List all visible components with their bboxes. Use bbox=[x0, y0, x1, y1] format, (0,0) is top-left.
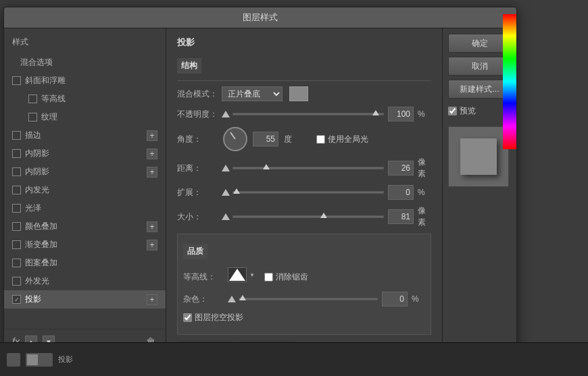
noise-unit: % bbox=[412, 294, 425, 304]
angle-row: 角度： 度 使用全局光 bbox=[177, 127, 431, 151]
size-thumb[interactable] bbox=[320, 213, 327, 218]
noise-thumb[interactable] bbox=[239, 295, 246, 300]
gradientoverlay-add-button[interactable]: + bbox=[147, 240, 157, 250]
sidebar-item-bevel[interactable]: 斜面和浮雕 bbox=[4, 72, 166, 90]
innershadow2-checkbox[interactable] bbox=[12, 167, 21, 176]
spread-slider-container bbox=[222, 189, 384, 196]
sidebar-item-satin[interactable]: 光泽 bbox=[4, 199, 166, 217]
sidebar-item-gradientoverlay[interactable]: 渐变叠加 + bbox=[4, 236, 166, 254]
angle-dial[interactable] bbox=[223, 127, 247, 151]
layer-knockout-checkbox[interactable] bbox=[183, 313, 192, 322]
sidebar-item-patternoverlay[interactable]: 图案叠加 bbox=[4, 254, 166, 272]
quality-contour-row: 等高线： ▼ 消除锯齿 bbox=[183, 267, 425, 286]
distance-thumb[interactable] bbox=[263, 164, 270, 169]
innershadow-checkbox[interactable] bbox=[12, 149, 21, 158]
angle-degree-label: 度 bbox=[284, 134, 292, 145]
distance-input[interactable] bbox=[388, 161, 414, 176]
size-label: 大小： bbox=[177, 211, 218, 223]
noise-slider-track[interactable] bbox=[239, 298, 378, 300]
outerglow-label: 外发光 bbox=[25, 275, 49, 287]
noise-input[interactable] bbox=[382, 292, 408, 306]
global-light-checkbox[interactable] bbox=[316, 135, 325, 144]
distance-slider-container bbox=[222, 165, 384, 171]
blend-mode-label: 混合模式： bbox=[177, 88, 218, 100]
opacity-input[interactable] bbox=[388, 107, 414, 122]
sidebar-item-dropshadow[interactable]: 投影 + bbox=[4, 290, 166, 308]
contour-preview[interactable] bbox=[228, 267, 247, 282]
quality-contour-label: 等高线： bbox=[183, 271, 224, 283]
thumb-preview bbox=[27, 354, 38, 365]
satin-label: 光泽 bbox=[25, 203, 41, 214]
stroke-add-button[interactable]: + bbox=[147, 130, 157, 141]
preview-area bbox=[448, 126, 509, 187]
gradientoverlay-label: 渐变叠加 bbox=[25, 239, 57, 250]
stroke-checkbox[interactable] bbox=[12, 131, 21, 140]
distance-slider-track[interactable] bbox=[232, 167, 384, 169]
coloroverlay-label: 颜色叠加 bbox=[25, 221, 57, 232]
dropshadow-label: 投影 bbox=[25, 294, 41, 305]
bevel-checkbox[interactable] bbox=[12, 76, 21, 85]
opacity-slider-track[interactable] bbox=[232, 113, 384, 115]
sidebar-item-innerglow[interactable]: 内发光 bbox=[4, 181, 166, 199]
preview-label: 预览 bbox=[448, 105, 511, 117]
outerglow-checkbox[interactable] bbox=[12, 277, 21, 286]
size-input[interactable] bbox=[388, 209, 414, 224]
noise-slider-container bbox=[228, 296, 378, 302]
antialias-label: 消除锯齿 bbox=[264, 271, 308, 283]
size-slider-handle[interactable] bbox=[222, 213, 230, 220]
angle-input[interactable] bbox=[253, 132, 278, 146]
noise-slider-handle[interactable] bbox=[228, 296, 236, 302]
sidebar-item-texture[interactable]: 纹理 bbox=[4, 108, 166, 126]
bevel-label: 斜面和浮雕 bbox=[25, 75, 66, 86]
contour-checkbox[interactable] bbox=[28, 95, 37, 103]
preview-text: 预览 bbox=[460, 105, 476, 117]
opacity-label: 不透明度： bbox=[177, 109, 218, 120]
sidebar-item-blend[interactable]: 混合选项 bbox=[4, 53, 166, 72]
coloroverlay-checkbox[interactable] bbox=[12, 222, 21, 231]
spread-input[interactable] bbox=[388, 185, 414, 200]
layer-knockout-text: 图层挖空投影 bbox=[195, 312, 243, 323]
sidebar-item-stroke[interactable]: 描边 + bbox=[4, 126, 166, 144]
antialias-checkbox[interactable] bbox=[264, 273, 273, 281]
spread-slider-handle[interactable] bbox=[222, 189, 230, 196]
blend-mode-select[interactable]: 正片叠底 bbox=[222, 86, 283, 101]
opacity-row: 不透明度： % bbox=[177, 107, 431, 122]
coloroverlay-add-button[interactable]: + bbox=[147, 221, 157, 232]
shadow-color-swatch[interactable] bbox=[289, 86, 308, 101]
color-gradient-strip bbox=[503, 14, 516, 149]
opacity-slider-container bbox=[222, 111, 384, 117]
sidebar-item-coloroverlay[interactable]: 颜色叠加 + bbox=[4, 217, 166, 236]
layer-knockout-label: 图层挖空投影 bbox=[183, 312, 243, 323]
spread-slider-track[interactable] bbox=[232, 191, 384, 194]
new-style-button[interactable]: 新建样式... bbox=[448, 80, 511, 99]
opacity-slider-handle[interactable] bbox=[222, 111, 230, 117]
patternoverlay-checkbox[interactable] bbox=[12, 259, 21, 267]
spread-thumb[interactable] bbox=[233, 188, 240, 194]
taskbar-icon1 bbox=[7, 353, 20, 367]
styles-title: 样式 bbox=[4, 34, 166, 53]
satin-checkbox[interactable] bbox=[12, 204, 21, 213]
contour-dropdown-arrow[interactable]: ▼ bbox=[249, 272, 255, 278]
sidebar-item-innershadow[interactable]: 内阴影 + bbox=[4, 144, 166, 163]
sidebar-item-outerglow[interactable]: 外发光 bbox=[4, 272, 166, 290]
texture-checkbox[interactable] bbox=[28, 113, 37, 122]
preview-checkbox[interactable] bbox=[448, 107, 457, 115]
right-panel: 确定 取消 新建样式... 预览 bbox=[442, 28, 516, 359]
dialog-title: 图层样式 bbox=[4, 7, 516, 28]
bottom-taskbar: 投影 bbox=[0, 342, 588, 376]
sidebar-item-contour[interactable]: 等高线 bbox=[4, 90, 166, 108]
size-slider-track[interactable] bbox=[232, 215, 384, 218]
innershadow2-add-button[interactable]: + bbox=[147, 167, 157, 178]
dropshadow-checkbox[interactable] bbox=[12, 295, 21, 304]
distance-slider-handle[interactable] bbox=[222, 165, 230, 171]
innerglow-checkbox[interactable] bbox=[12, 186, 21, 194]
size-unit: 像素 bbox=[418, 205, 431, 228]
opacity-thumb[interactable] bbox=[372, 110, 379, 115]
confirm-button[interactable]: 确定 bbox=[448, 34, 511, 53]
cancel-button[interactable]: 取消 bbox=[448, 57, 511, 76]
innershadow-add-button[interactable]: + bbox=[147, 149, 157, 159]
dropshadow-add-button[interactable]: + bbox=[147, 294, 157, 305]
sidebar-item-innershadow2[interactable]: 内阴影 + bbox=[4, 163, 166, 181]
gradientoverlay-checkbox[interactable] bbox=[12, 240, 21, 249]
angle-label: 角度： bbox=[177, 134, 218, 145]
